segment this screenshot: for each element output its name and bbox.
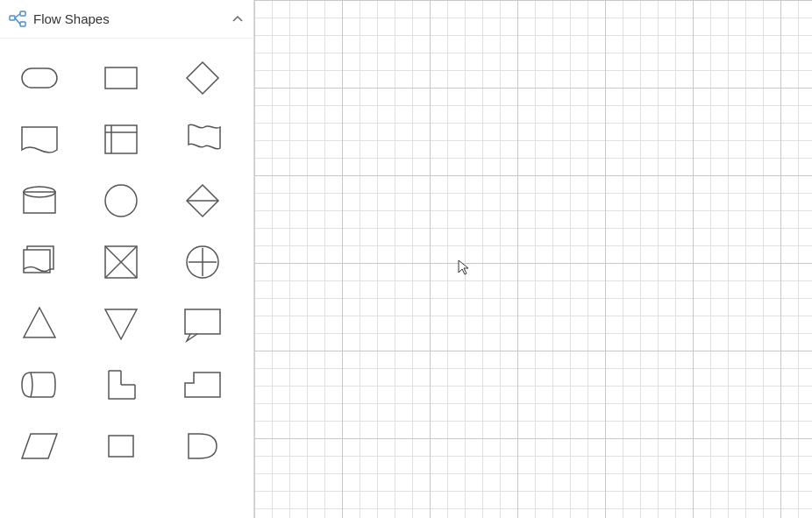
shape-l-shape[interactable]: [86, 354, 156, 415]
shape-data-storage[interactable]: [4, 354, 75, 415]
svg-marker-25: [105, 309, 137, 339]
svg-marker-7: [187, 62, 218, 94]
shapes-grid: [0, 39, 253, 486]
svg-rect-8: [105, 125, 137, 153]
shape-process[interactable]: [86, 47, 156, 109]
svg-point-13: [105, 185, 137, 216]
shape-document[interactable]: [4, 109, 75, 170]
svg-marker-31: [22, 434, 57, 458]
shape-sort[interactable]: [167, 170, 238, 231]
shape-decision[interactable]: [167, 47, 238, 109]
shape-parallelogram[interactable]: [4, 415, 75, 477]
panel-title: Flow Shapes: [33, 11, 110, 26]
shape-internal-storage[interactable]: [86, 109, 156, 170]
svg-rect-2: [20, 22, 25, 26]
diagram-icon: [9, 11, 26, 28]
collapse-button[interactable]: [231, 12, 245, 26]
svg-marker-24: [24, 308, 55, 337]
shape-step[interactable]: [167, 354, 238, 415]
svg-rect-0: [10, 16, 15, 20]
shape-d-shape[interactable]: [167, 415, 238, 477]
shape-flag[interactable]: [167, 109, 238, 170]
shapes-panel: Flow Shapes: [0, 0, 254, 518]
svg-line-3: [15, 13, 20, 18]
svg-rect-1: [20, 11, 25, 16]
svg-rect-26: [185, 309, 220, 334]
shape-multi-doc[interactable]: [4, 231, 75, 293]
svg-rect-32: [109, 436, 133, 457]
shape-callout[interactable]: [167, 293, 238, 354]
shape-triangle-down[interactable]: [86, 293, 156, 354]
shape-small-rect[interactable]: [86, 415, 156, 477]
panel-header: Flow Shapes: [0, 0, 253, 39]
shape-terminal[interactable]: [4, 47, 75, 109]
shape-plus-circle[interactable]: [167, 231, 238, 293]
shape-triangle-up[interactable]: [4, 293, 75, 354]
svg-rect-5: [22, 68, 57, 88]
shape-cross[interactable]: [86, 231, 156, 293]
shape-cylinder[interactable]: [4, 170, 75, 231]
panel-header-left: Flow Shapes: [9, 11, 110, 28]
canvas-area[interactable]: [254, 0, 812, 518]
svg-rect-6: [105, 67, 137, 89]
canvas-grid-major: [254, 0, 812, 518]
svg-line-4: [15, 18, 20, 24]
shape-disk[interactable]: [86, 170, 156, 231]
